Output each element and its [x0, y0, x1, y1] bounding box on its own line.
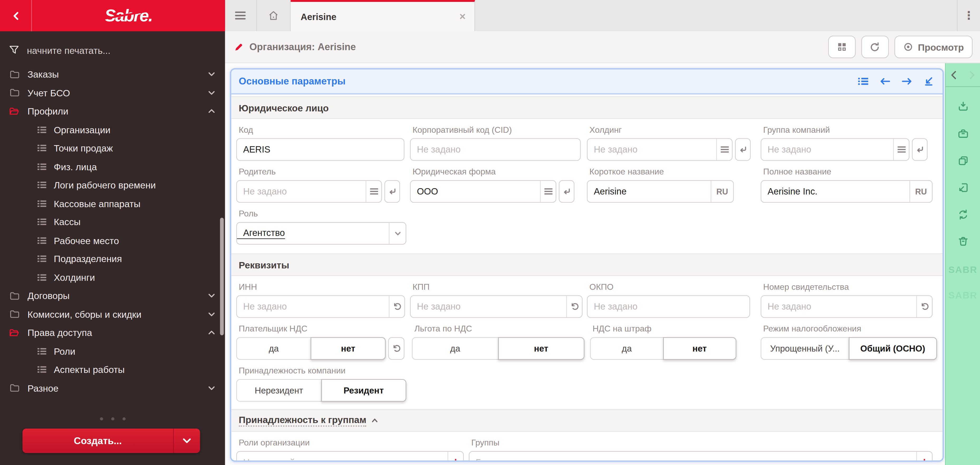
- chevron-up-icon[interactable]: [371, 417, 379, 424]
- sidebar-item-holdingi[interactable]: Холдинги: [0, 268, 225, 287]
- toggle-option-no[interactable]: нет: [663, 337, 737, 360]
- archive-save-icon[interactable]: [956, 128, 969, 140]
- tab-aerisine[interactable]: Aerisine ×: [291, 0, 475, 31]
- full-name-input[interactable]: Aerisine Inc. RU: [760, 180, 932, 203]
- save-icon[interactable]: [956, 101, 969, 113]
- sidebar-item-prava-dostupa[interactable]: Права доступа: [0, 324, 225, 342]
- create-button-label[interactable]: Создать...: [22, 428, 173, 453]
- section-group-membership: Принадлежность к группам: [231, 409, 943, 431]
- list-view-icon[interactable]: [858, 76, 869, 86]
- language-badge[interactable]: RU: [711, 181, 733, 202]
- toggle-option-resident[interactable]: Резидент: [321, 379, 406, 402]
- sidebar-item-tochki-prodazh[interactable]: Точки продаж: [0, 139, 225, 157]
- inn-input[interactable]: Не задано: [236, 295, 405, 318]
- okpo-input[interactable]: Не задано: [587, 295, 750, 318]
- grid-view-button[interactable]: [828, 36, 855, 58]
- undo-icon[interactable]: [566, 296, 582, 317]
- toggle-option-no[interactable]: нет: [498, 337, 584, 360]
- create-dropdown-toggle[interactable]: [173, 428, 200, 453]
- groups-input[interactable]: Группы не указаны +: [469, 451, 932, 462]
- toggle-option-yes[interactable]: да: [412, 337, 498, 360]
- add-group-button[interactable]: +: [916, 452, 932, 462]
- chevron-down-icon[interactable]: [389, 223, 406, 244]
- sidebar-item-podrazdeleniya[interactable]: Подразделения: [0, 250, 225, 268]
- copy-icon[interactable]: [956, 155, 969, 167]
- sidebar-item-kassy[interactable]: Кассы: [0, 213, 225, 231]
- toggle-option-simplified[interactable]: Упрощенный (У...: [760, 337, 849, 360]
- org-roles-input[interactable]: Нет записей +: [236, 451, 464, 462]
- toggle-option-no[interactable]: нет: [310, 337, 385, 360]
- folder-icon: [9, 69, 20, 80]
- sidebar-item-organizacii[interactable]: Организации: [0, 120, 225, 139]
- language-badge[interactable]: RU: [909, 181, 932, 202]
- panel-chevron-right-icon[interactable]: [967, 70, 977, 80]
- hamburger-menu-button[interactable]: [225, 0, 257, 31]
- sidebar-item-uchet-bso[interactable]: Учет БСО: [0, 83, 225, 102]
- add-role-button[interactable]: +: [447, 452, 463, 462]
- export-icon[interactable]: [956, 182, 969, 194]
- create-button[interactable]: Создать...: [22, 428, 200, 453]
- sidebar-item-raznoe[interactable]: Разное: [0, 379, 225, 397]
- sidebar-item-aspekty-raboty[interactable]: Аспекты работы: [0, 361, 225, 379]
- overflow-menu-button[interactable]: ⋮: [957, 0, 980, 31]
- list-icon: [37, 180, 48, 190]
- assign-enter-button[interactable]: [559, 180, 574, 203]
- group-membership-link[interactable]: Принадлежность к группам: [239, 414, 366, 427]
- assign-enter-button[interactable]: [384, 180, 400, 203]
- arrow-right-icon[interactable]: [901, 76, 913, 86]
- sidebar-filter[interactable]: начните печатать...: [0, 40, 225, 60]
- lookup-menu-icon[interactable]: [893, 139, 909, 160]
- sidebar-item-zakazy[interactable]: Заказы: [0, 65, 225, 84]
- assign-enter-button[interactable]: [735, 138, 751, 161]
- refresh-button[interactable]: [861, 36, 889, 58]
- kpp-input[interactable]: Не задано: [410, 295, 582, 318]
- sidebar-item-profili[interactable]: Профили: [0, 102, 225, 120]
- lookup-menu-icon[interactable]: [716, 139, 732, 160]
- code-input[interactable]: AERIS: [236, 138, 404, 161]
- sidebar-item-dogovory[interactable]: Договоры: [0, 287, 225, 305]
- home-button[interactable]: [257, 0, 291, 31]
- sidebar-scrollbar[interactable]: [220, 218, 224, 336]
- role-select[interactable]: Агентство: [236, 222, 406, 244]
- sidebar-item-rabochee-mesto[interactable]: Рабочее место: [0, 231, 225, 250]
- lookup-menu-icon[interactable]: [540, 181, 555, 202]
- sidebar-item-komissii[interactable]: Комиссии, сборы и скидки: [0, 305, 225, 324]
- trash-icon[interactable]: [956, 235, 969, 248]
- panel-title[interactable]: Основные параметры: [239, 76, 346, 87]
- company-group-input[interactable]: Не задано: [760, 138, 909, 161]
- preview-button[interactable]: Просмотр: [894, 36, 972, 58]
- field-label: Короткое название: [590, 167, 734, 177]
- folder-icon: [9, 88, 20, 97]
- short-name-input[interactable]: Aerisine RU: [587, 180, 734, 203]
- toggle-option-nonresident[interactable]: Нерезидент: [236, 379, 321, 402]
- holding-input[interactable]: Не задано: [587, 138, 732, 161]
- sidebar-item-fiz-lica[interactable]: Физ. лица: [0, 157, 225, 176]
- panel-chevron-left-icon[interactable]: [949, 70, 959, 80]
- toggle-option-yes[interactable]: да: [590, 337, 663, 360]
- sidebar-item-roli[interactable]: Роли: [0, 342, 225, 361]
- parent-input[interactable]: Не задано: [236, 180, 382, 203]
- undo-icon[interactable]: [916, 296, 932, 317]
- field-kpp: КПП Не задано: [410, 276, 582, 318]
- undo-icon[interactable]: [389, 296, 404, 317]
- arrow-left-icon[interactable]: [880, 76, 891, 86]
- legal-form-input[interactable]: ООО: [410, 180, 556, 203]
- undo-button[interactable]: [388, 337, 404, 360]
- field-label: Холдинг: [590, 125, 751, 136]
- tab-label: Aerisine: [301, 11, 459, 22]
- assign-enter-button[interactable]: [912, 138, 928, 161]
- sidebar-pager-dots[interactable]: [0, 417, 225, 420]
- field-label: Корпоративный код (CID): [413, 125, 581, 136]
- sidebar-item-kassovye-apparaty[interactable]: Кассовые аппараты: [0, 194, 225, 213]
- tab-close-icon[interactable]: ×: [460, 10, 466, 23]
- grid-icon: [837, 42, 846, 52]
- sync-icon[interactable]: [956, 208, 969, 221]
- lookup-menu-icon[interactable]: [366, 181, 381, 202]
- collapse-sidebar-button[interactable]: [0, 0, 32, 31]
- toggle-option-yes[interactable]: да: [236, 337, 311, 360]
- cid-input[interactable]: Не задано: [410, 138, 581, 161]
- toggle-option-general[interactable]: Общий (ОСНО): [848, 337, 937, 360]
- sidebar-item-logi[interactable]: Логи рабочего времени: [0, 176, 225, 194]
- certificate-input[interactable]: Не задано: [760, 295, 932, 318]
- dock-collapse-icon[interactable]: [923, 76, 934, 86]
